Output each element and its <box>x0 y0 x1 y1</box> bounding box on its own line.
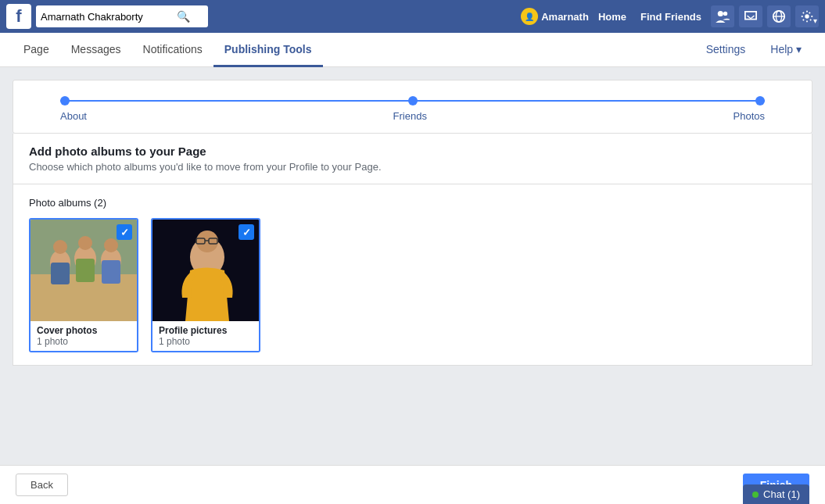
tab-publishing-tools[interactable]: Publishing Tools <box>213 34 323 67</box>
svg-rect-16 <box>102 260 120 284</box>
album-info-1: Cover photos 1 photo <box>30 321 137 351</box>
info-panel: Add photo albums to your Page Choose whi… <box>13 134 812 184</box>
facebook-logo: f <box>6 4 31 29</box>
step-dot-about <box>60 96 70 105</box>
step-label-about[interactable]: About <box>60 110 87 122</box>
tab-notifications[interactable]: Notifications <box>132 34 213 67</box>
avatar: 👤 <box>521 8 538 25</box>
album-check-2: ✓ <box>239 224 254 240</box>
info-description: Choose which photo albums you'd like to … <box>29 161 796 173</box>
album-cover-photos[interactable]: ✓ Cover photos 1 photo <box>29 218 138 352</box>
bottom-bar: Back Finish <box>0 465 825 504</box>
nav-right: 👤 Amarnath Home Find Friends <box>521 5 819 27</box>
step-dot-photos <box>755 96 765 105</box>
step-dot-friends <box>408 96 418 105</box>
svg-point-19 <box>196 231 218 252</box>
globe-icon[interactable] <box>767 5 791 27</box>
svg-rect-13 <box>76 259 95 282</box>
svg-rect-10 <box>51 263 70 284</box>
svg-point-15 <box>104 238 118 252</box>
username-label: Amarnath <box>541 11 589 23</box>
page-tab-right: Settings Help ▾ <box>695 34 812 66</box>
albums-heading: Photo albums (2) <box>29 197 796 209</box>
tab-messages[interactable]: Messages <box>60 34 132 67</box>
svg-point-5 <box>805 14 809 18</box>
messages-icon[interactable] <box>739 5 762 27</box>
chat-label: Chat (1) <box>763 488 800 500</box>
settings-dropdown-icon[interactable] <box>795 5 819 27</box>
step-label-friends[interactable]: Friends <box>393 110 427 122</box>
album-name-2: Profile pictures <box>159 325 253 336</box>
main-content: About Friends Photos Add photo albums to… <box>0 67 825 504</box>
user-profile-link[interactable]: 👤 Amarnath <box>521 8 589 25</box>
chat-bubble[interactable]: Chat (1) <box>743 484 809 504</box>
home-link[interactable]: Home <box>594 8 631 26</box>
page-tabs: Page Messages Notifications Publishing T… <box>0 33 825 67</box>
svg-point-0 <box>718 11 723 16</box>
album-check-1: ✓ <box>117 224 132 240</box>
tab-settings[interactable]: Settings <box>695 34 757 67</box>
album-name-1: Cover photos <box>37 325 131 336</box>
album-info-2: Profile pictures 1 photo <box>152 321 259 351</box>
steps-track <box>60 96 765 105</box>
info-title: Add photo albums to your Page <box>29 145 796 158</box>
back-button[interactable]: Back <box>16 474 68 496</box>
album-count-2: 1 photo <box>159 336 253 347</box>
svg-point-12 <box>78 236 92 250</box>
albums-grid: ✓ Cover photos 1 photo <box>29 218 796 352</box>
chat-online-dot <box>752 491 759 498</box>
step-label-photos[interactable]: Photos <box>734 110 765 122</box>
find-friends-link[interactable]: Find Friends <box>636 8 706 26</box>
search-input[interactable] <box>41 11 174 23</box>
tab-help[interactable]: Help ▾ <box>759 34 812 67</box>
albums-section: Photo albums (2) <box>13 184 812 366</box>
svg-point-1 <box>723 12 727 16</box>
steps-container: About Friends Photos <box>13 80 812 134</box>
svg-point-9 <box>53 240 67 254</box>
album-count-1: 1 photo <box>37 336 131 347</box>
friends-request-icon[interactable] <box>711 5 734 27</box>
search-icon[interactable]: 🔍 <box>177 10 190 23</box>
search-bar[interactable]: 🔍 <box>36 5 208 27</box>
top-navbar: f 🔍 👤 Amarnath Home Find Friends <box>0 0 825 33</box>
tab-page[interactable]: Page <box>13 34 60 67</box>
album-profile-pictures[interactable]: ✓ Profile pictures 1 photo <box>151 218 260 352</box>
